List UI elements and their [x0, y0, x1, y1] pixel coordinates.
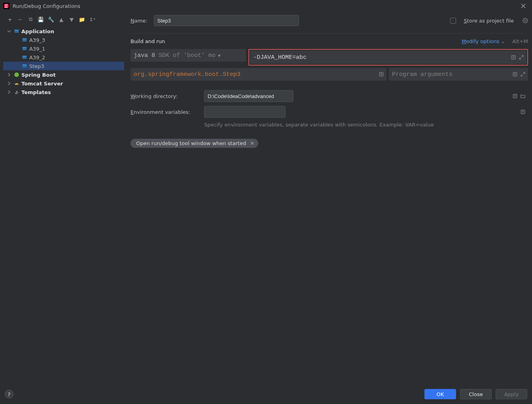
svg-rect-7 [23, 38, 27, 39]
tree-group[interactable]: Spring Boot [3, 70, 124, 79]
wrench-icon [13, 89, 20, 95]
tree-item-label: A39_1 [29, 46, 45, 52]
chevron-down-icon: ▾ [218, 53, 221, 59]
tree-group[interactable]: Application [3, 27, 124, 36]
env-vars-label: Environment variables: [131, 109, 200, 115]
sort-alpha-icon[interactable]: ↕ᵃ [88, 15, 97, 24]
terminal-icon [21, 37, 28, 43]
working-dir-label: Working directory: [131, 93, 200, 99]
tree-item-label: A39_3 [29, 37, 45, 43]
env-vars-input[interactable] [204, 106, 286, 118]
terminal-icon [21, 45, 28, 52]
svg-rect-11 [23, 56, 27, 57]
tree-group[interactable]: Templates [3, 88, 124, 96]
open-tool-window-chip[interactable]: Open run/debug tool window when started … [131, 139, 258, 148]
bottom-bar: ? OK Close Apply [0, 385, 532, 404]
store-project-file-checkbox[interactable] [450, 18, 456, 24]
left-toolbar: +−⧉💾🔧▲▼📁↕ᵃ [3, 13, 127, 27]
store-project-file-label: Store as project file [464, 18, 514, 24]
terminal-icon [13, 28, 20, 34]
terminal-icon [21, 63, 28, 69]
name-input[interactable] [154, 15, 299, 26]
copy-icon[interactable]: ⧉ [26, 15, 35, 24]
sdk-select[interactable]: java 8 SDK of 'boot' mo ▾ [131, 49, 246, 62]
history-icon[interactable] [512, 72, 518, 77]
svg-point-15 [524, 20, 526, 21]
spring-icon [13, 72, 20, 78]
tree-item-label: Tomcat Server [21, 81, 63, 87]
working-dir-input[interactable] [204, 90, 293, 102]
main-class-input[interactable]: org.springframework.boot.Step3 [131, 68, 386, 81]
vm-options-highlight: -DJAVA_HOME=abc [248, 49, 528, 66]
chevron-down-icon[interactable] [6, 28, 12, 34]
separator [131, 33, 528, 34]
chip-label: Open run/debug tool window when started [136, 140, 246, 146]
modify-options-shortcut: Alt+M [512, 38, 528, 44]
chevron-right-icon[interactable] [6, 72, 12, 77]
store-project-file-gear-icon[interactable] [523, 18, 528, 23]
vm-options-input[interactable]: -DJAVA_HOME=abc [250, 51, 526, 64]
svg-rect-2 [5, 7, 7, 8]
terminal-icon [21, 54, 28, 60]
apply-button[interactable]: Apply [496, 389, 527, 399]
history-icon[interactable] [512, 93, 518, 99]
title-bar: IJ Run/Debug Configurations [0, 0, 532, 12]
move-up-icon[interactable]: ▲ [57, 15, 66, 24]
config-tree: ApplicationA39_3A39_1A39_2Step3Spring Bo… [3, 27, 127, 383]
chevron-right-icon[interactable] [6, 89, 12, 95]
tree-item[interactable]: Step3 [3, 62, 124, 70]
chip-remove-icon[interactable]: ✕ [250, 140, 254, 146]
tree-item-label: Step3 [29, 63, 44, 69]
list-icon[interactable] [520, 109, 526, 115]
tree-item[interactable]: A39_2 [3, 53, 124, 62]
window-close-button[interactable] [518, 0, 529, 11]
svg-rect-9 [23, 47, 27, 48]
tree-item-label: Application [21, 28, 54, 34]
name-label: Name: [131, 18, 148, 24]
ok-button[interactable]: OK [424, 389, 456, 399]
window-title: Run/Debug Configurations [13, 3, 80, 9]
expand-icon[interactable] [519, 55, 524, 60]
browse-folder-icon[interactable] [520, 93, 526, 99]
wrench-icon[interactable]: 🔧 [47, 15, 55, 24]
program-args-input[interactable]: Program arguments [389, 68, 528, 81]
app-icon: IJ [3, 3, 9, 9]
tree-item[interactable]: A39_1 [3, 44, 124, 53]
svg-point-14 [14, 72, 19, 77]
tree-item-label: Spring Boot [21, 72, 56, 78]
tomcat-icon [13, 80, 20, 87]
help-button[interactable]: ? [5, 390, 13, 398]
save-icon[interactable]: 💾 [36, 15, 45, 24]
modify-options-link[interactable]: Modify options ⌄ [462, 38, 505, 44]
env-vars-hint: Specify environment variables, separate … [204, 122, 528, 128]
build-run-title: Build and run [131, 38, 165, 44]
chevron-right-icon[interactable] [6, 81, 12, 86]
svg-rect-5 [15, 30, 19, 30]
svg-text:IJ: IJ [5, 4, 7, 6]
expand-icon[interactable] [520, 72, 526, 77]
add-icon[interactable]: + [6, 15, 14, 24]
move-down-icon[interactable]: ▼ [67, 15, 76, 24]
close-button[interactable]: Close [460, 389, 492, 399]
tree-group[interactable]: Tomcat Server [3, 79, 124, 88]
history-icon[interactable] [511, 55, 516, 60]
tree-item-label: A39_2 [29, 55, 45, 60]
folder-plus-icon[interactable]: 📁 [78, 15, 86, 24]
tree-item-label: Templates [21, 89, 51, 95]
svg-rect-13 [23, 64, 27, 65]
tree-item[interactable]: A39_3 [3, 36, 124, 44]
remove-icon[interactable]: − [16, 15, 25, 24]
history-icon[interactable] [379, 72, 384, 77]
